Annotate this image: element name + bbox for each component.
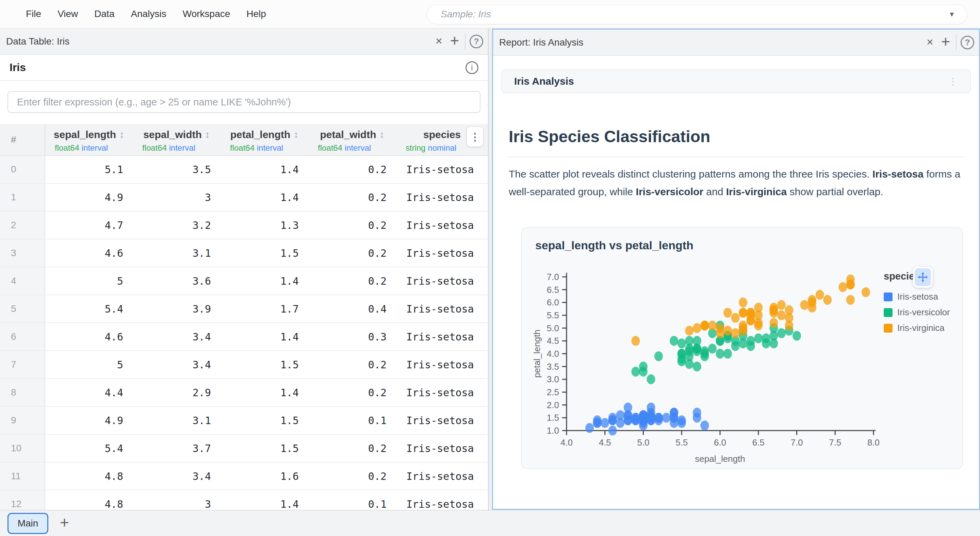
sort-icon[interactable]: ↕ — [380, 129, 385, 140]
cell: 5.1 — [45, 155, 133, 183]
add-panel-button[interactable]: + — [937, 34, 954, 51]
report-card-title: Iris Analysis — [514, 76, 948, 87]
legend-swatch — [884, 324, 892, 333]
cell: Iris-setosa — [396, 183, 488, 211]
svg-text:4.5: 4.5 — [599, 438, 611, 447]
help-icon[interactable]: ? — [469, 35, 483, 48]
svg-text:8.0: 8.0 — [867, 438, 880, 447]
column-name: petal_length — [231, 129, 291, 140]
menu-item-workspace[interactable]: Workspace — [175, 8, 239, 19]
cell: 4.4 — [45, 379, 133, 406]
svg-text:6.5: 6.5 — [547, 285, 559, 295]
cell: 4.6 — [45, 323, 133, 350]
close-panel-button[interactable]: ✕ — [431, 34, 447, 49]
bottom-tab-bar: Main + — [0, 510, 980, 536]
column-header-sepal_width[interactable]: sepal_width↕float64 interval — [133, 124, 221, 155]
species-name-bold: Iris-virginica — [726, 186, 787, 197]
svg-text:3.0: 3.0 — [547, 374, 559, 384]
move-arrows-icon — [915, 268, 931, 286]
cell: 4.6 — [45, 239, 133, 267]
sort-icon[interactable]: ↕ — [205, 129, 210, 140]
table-title-row: Iris i — [0, 55, 488, 81]
sort-icon[interactable]: ↕ — [119, 129, 124, 140]
cell: 1.7 — [221, 295, 308, 323]
heading-rule — [509, 157, 963, 157]
cell: 0.2 — [308, 350, 396, 379]
report-content: Iris Analysis ⋮ Iris Species Classificat… — [493, 56, 979, 509]
filter-input[interactable] — [8, 91, 480, 113]
cell: 1.5 — [221, 406, 308, 434]
cell: 1.5 — [221, 350, 308, 379]
row-index: 0 — [0, 155, 45, 183]
column-name: petal_width — [320, 129, 376, 140]
sort-icon[interactable]: ↕ — [294, 129, 298, 140]
svg-text:2.5: 2.5 — [547, 387, 559, 397]
menu-items: FileViewDataAnalysisWorkspaceHelp — [0, 8, 274, 19]
help-icon[interactable]: ? — [961, 36, 974, 49]
cell: 5.4 — [45, 434, 133, 462]
cell: 0.2 — [308, 379, 396, 406]
close-panel-button[interactable]: ✕ — [923, 35, 937, 50]
report-panel: Report: Iris Analysis ✕ + ? Iris Analysi… — [492, 29, 980, 510]
row-index: 1 — [0, 183, 45, 211]
cell: 0.2 — [308, 211, 396, 239]
svg-text:2.0: 2.0 — [547, 400, 559, 410]
menu-item-analysis[interactable]: Analysis — [123, 8, 174, 19]
table-row: 114.83.41.60.2Iris-setosa — [0, 462, 488, 490]
cell: 3.4 — [133, 323, 221, 350]
cell: 0.3 — [308, 323, 396, 350]
cell: Iris-setosa — [396, 211, 488, 239]
menu-item-file[interactable]: File — [18, 8, 49, 19]
cell: 4.9 — [45, 183, 133, 211]
column-header-species[interactable]: speciesstring nominal⋮ — [396, 124, 488, 155]
menu-item-help[interactable]: Help — [238, 8, 274, 19]
svg-text:4.0: 4.0 — [560, 438, 573, 447]
column-type: float64 interval — [221, 140, 308, 153]
svg-text:5.5: 5.5 — [547, 310, 559, 320]
kebab-menu-icon[interactable]: ⋮ — [948, 76, 958, 87]
table-row: 453.61.40.2Iris-setosa — [0, 267, 488, 295]
menu-item-view[interactable]: View — [49, 8, 86, 19]
table-row: 94.93.11.50.1Iris-setosa — [0, 406, 488, 434]
cell: 3.6 — [133, 267, 221, 295]
legend-item-Iris-setosa[interactable]: Iris-setosa — [884, 292, 950, 302]
data-table-panel-header: Data Table: Iris ✕ + ? — [0, 29, 488, 55]
add-tab-button[interactable]: + — [60, 513, 69, 534]
add-panel-button[interactable]: + — [447, 33, 463, 50]
svg-text:4.0: 4.0 — [547, 349, 559, 359]
svg-text:7.0: 7.0 — [547, 272, 559, 282]
cell: 3 — [133, 490, 221, 510]
cell: 5 — [45, 350, 133, 379]
legend-item-Iris-virginica[interactable]: Iris-virginica — [884, 323, 950, 333]
cell: 1.6 — [221, 462, 308, 490]
dataset-select[interactable]: Sample: Iris ▼ — [427, 5, 967, 24]
cell: 1.3 — [221, 211, 308, 239]
menu-item-data[interactable]: Data — [86, 8, 123, 19]
report-body: Iris Species Classification The scatter … — [501, 127, 971, 469]
panel-divider[interactable] — [488, 29, 492, 510]
cell: 4.9 — [45, 406, 133, 434]
column-header-petal_length[interactable]: petal_length↕float64 interval — [221, 124, 308, 155]
column-name: sepal_length — [54, 129, 116, 140]
column-menu-button[interactable]: ⋮ — [467, 127, 483, 147]
column-header-sepal_length[interactable]: sepal_length↕float64 interval — [45, 124, 133, 155]
tab-main[interactable]: Main — [8, 513, 48, 534]
row-index: 2 — [0, 211, 45, 239]
table-row: 753.41.50.2Iris-setosa — [0, 350, 488, 379]
row-index: 6 — [0, 323, 45, 350]
cell: 3.4 — [133, 350, 221, 379]
cell: Iris-setosa — [396, 155, 488, 183]
data-grid-header: #sepal_length↕float64 intervalsepal_widt… — [0, 124, 488, 155]
cell: 3.2 — [133, 211, 221, 239]
cell: Iris-setosa — [396, 295, 488, 323]
report-paragraph: The scatter plot reveals distinct cluste… — [509, 165, 963, 201]
report-panel-title: Report: Iris Analysis — [499, 37, 923, 48]
cell: 5 — [45, 267, 133, 295]
pan-tool-button[interactable] — [913, 266, 933, 288]
chevron-down-icon: ▼ — [948, 11, 955, 18]
legend-label: Iris-versicolor — [897, 307, 950, 318]
info-icon[interactable]: i — [466, 61, 479, 74]
cell: 3.7 — [133, 434, 221, 462]
legend-item-Iris-versicolor[interactable]: Iris-versicolor — [884, 307, 950, 318]
column-header-petal_width[interactable]: petal_width↕float64 interval — [308, 124, 396, 155]
